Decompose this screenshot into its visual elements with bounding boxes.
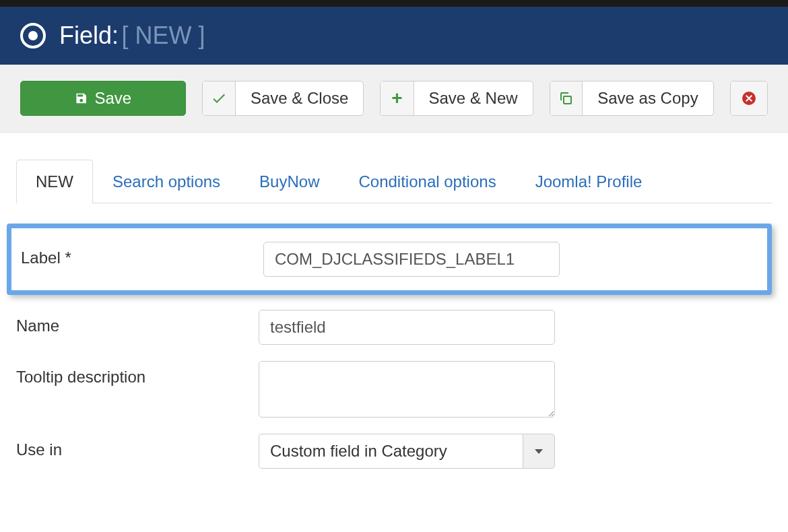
name-field-label: Name [16, 310, 259, 335]
radio-icon [20, 23, 46, 48]
tab-new[interactable]: NEW [16, 160, 93, 203]
content-area: NEW Search options BuyNow Conditional op… [0, 133, 788, 477]
check-icon [203, 81, 236, 115]
tab-buynow[interactable]: BuyNow [240, 160, 339, 203]
page-header: Field: [ NEW ] [0, 7, 788, 65]
toolbar: Save Save & Close + Save & New Save as C… [0, 65, 788, 133]
page-title-text: Field: [59, 22, 119, 49]
use-in-select[interactable]: Custom field in Category [259, 434, 555, 469]
cancel-button[interactable] [730, 81, 768, 116]
tooltip-textarea[interactable] [259, 361, 555, 418]
label-field-label: Label * [21, 242, 263, 267]
form: Label * Name Tooltip description Use in … [16, 203, 772, 477]
svg-rect-0 [564, 96, 571, 104]
label-row: Label * [7, 224, 772, 295]
save-copy-button[interactable]: Save as Copy [550, 81, 714, 116]
page-subtitle: [ NEW ] [121, 22, 205, 49]
name-input[interactable] [259, 310, 555, 345]
tooltip-field-label: Tooltip description [16, 361, 259, 387]
tabs: NEW Search options BuyNow Conditional op… [16, 160, 772, 203]
label-input[interactable] [263, 242, 560, 277]
copy-icon [550, 81, 583, 115]
tab-conditional-options[interactable]: Conditional options [339, 160, 515, 203]
tab-joomla-profile[interactable]: Joomla! Profile [516, 160, 662, 203]
save-close-label: Save & Close [236, 89, 363, 108]
chevron-down-icon[interactable] [523, 434, 555, 469]
save-copy-label: Save as Copy [583, 89, 713, 108]
tooltip-row: Tooltip description [16, 353, 772, 426]
plus-icon: + [381, 81, 414, 115]
save-new-button[interactable]: + Save & New [380, 81, 533, 116]
save-button-label: Save [94, 89, 131, 108]
tab-search-options[interactable]: Search options [93, 160, 240, 203]
save-new-label: Save & New [414, 89, 533, 108]
save-button[interactable]: Save [20, 81, 186, 116]
top-menu-bar [0, 0, 788, 7]
page-title: Field: [ NEW ] [59, 22, 205, 50]
use-in-select-value: Custom field in Category [259, 434, 523, 469]
name-row: Name [16, 302, 772, 353]
save-icon [75, 91, 88, 106]
use-in-field-label: Use in [16, 434, 259, 459]
cancel-icon [731, 81, 767, 115]
save-close-button[interactable]: Save & Close [202, 81, 364, 116]
use-in-row: Use in Custom field in Category [16, 426, 772, 477]
